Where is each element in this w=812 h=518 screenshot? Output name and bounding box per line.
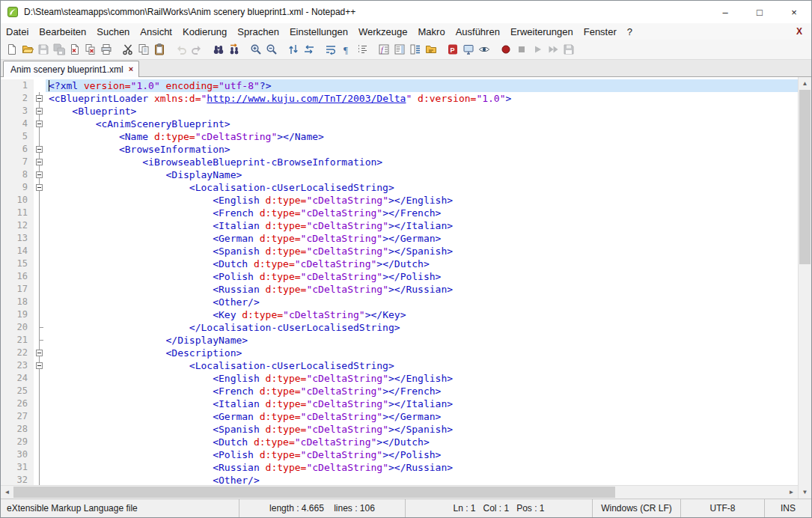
code-line[interactable]: <German d:type="cDeltaString"></German>: [46, 232, 798, 245]
menu-item-suchen[interactable]: Suchen: [91, 23, 135, 40]
sync-scroll-horizontal-button[interactable]: [301, 41, 317, 58]
save-all-button[interactable]: [51, 41, 67, 58]
scroll-right-arrow[interactable]: ►: [785, 486, 798, 499]
status-encoding[interactable]: UTF-8: [680, 499, 764, 517]
code-line[interactable]: <Localisation-cUserLocalisedString>: [46, 181, 798, 194]
code-line[interactable]: <Blueprint>: [46, 105, 798, 118]
fold-toggle[interactable]: [36, 95, 43, 102]
vertical-scroll-thumb[interactable]: [799, 90, 811, 264]
code-line[interactable]: <French d:type="cDeltaString"></French>: [46, 207, 798, 219]
save-file-button[interactable]: [35, 41, 51, 58]
macro-save-button[interactable]: [561, 41, 576, 58]
menu-item-kodierung[interactable]: Kodierung: [177, 23, 232, 40]
code-line[interactable]: <Description>: [46, 347, 798, 359]
horizontal-scroll-track[interactable]: [13, 486, 785, 499]
menu-item-werkzeuge[interactable]: Werkzeuge: [353, 23, 413, 40]
macro-play-button[interactable]: [529, 41, 545, 58]
menu-item-bearbeiten[interactable]: Bearbeiten: [34, 23, 91, 40]
export-pdf-button[interactable]: P: [445, 41, 460, 58]
code-line[interactable]: <Spanish d:type="cDeltaString"></Spanish…: [46, 245, 798, 258]
code-line[interactable]: <Russian d:type="cDeltaString"></Russian…: [46, 283, 798, 296]
code-line[interactable]: <Dutch d:type="cDeltaString"></Dutch>: [46, 436, 798, 448]
code-line[interactable]: <French d:type="cDeltaString"></French>: [46, 385, 798, 397]
code-line[interactable]: </DisplayName>: [46, 334, 798, 347]
copy-button[interactable]: [135, 41, 151, 58]
code-line[interactable]: <cBlueprintLoader xmlns:d="http://www.ku…: [46, 92, 798, 105]
fold-toggle[interactable]: [36, 108, 43, 115]
menu-item-help[interactable]: ?: [622, 23, 638, 40]
fold-toggle[interactable]: [36, 184, 43, 191]
horizontal-scroll-thumb[interactable]: [13, 487, 615, 498]
show-all-characters-button[interactable]: ¶: [338, 41, 354, 58]
sync-scroll-vertical-button[interactable]: [285, 41, 301, 58]
code-line[interactable]: <Dutch d:type="cDeltaString"></Dutch>: [46, 258, 798, 270]
print-button[interactable]: [98, 41, 114, 58]
code-line[interactable]: <Spanish d:type="cDeltaString"></Spanish…: [46, 423, 798, 436]
vertical-scroll-track[interactable]: [799, 90, 811, 486]
function-list-button[interactable]: f: [376, 41, 391, 58]
scroll-up-arrow[interactable]: ▲: [799, 77, 811, 90]
menu-item-fenster[interactable]: Fenster: [579, 23, 622, 40]
fold-toggle[interactable]: [36, 362, 43, 369]
code-line[interactable]: <Russian d:type="cDeltaString"></Russian…: [46, 461, 798, 474]
code-line[interactable]: <Polish d:type="cDeltaString"></Polish>: [46, 448, 798, 461]
code-line[interactable]: <BrowseInformation>: [46, 143, 798, 156]
menu-item-datei[interactable]: Datei: [1, 23, 34, 40]
fold-toggle[interactable]: [36, 146, 43, 153]
maximize-button[interactable]: □: [742, 1, 777, 23]
code-line[interactable]: <Italian d:type="cDeltaString"></Italian…: [46, 219, 798, 232]
vertical-scrollbar[interactable]: ▲ ▼: [798, 77, 811, 499]
code-line[interactable]: <Polish d:type="cDeltaString"></Polish>: [46, 270, 798, 283]
code-line[interactable]: </Localisation-cUserLocalisedString>: [46, 321, 798, 334]
code-line[interactable]: <Name d:type="cDeltaString"></Name>: [46, 130, 798, 143]
menu-item-ansicht[interactable]: Ansicht: [135, 23, 177, 40]
code-line[interactable]: <English d:type="cDeltaString"></English…: [46, 372, 798, 385]
code-line[interactable]: <Italian d:type="cDeltaString"></Italian…: [46, 397, 798, 410]
tab-anim-scenery-blueprint1[interactable]: Anim scenery blueprint1.xml ×: [3, 61, 139, 77]
code-line[interactable]: <?xml version="1.0" encoding="utf-8"?>: [46, 79, 798, 92]
menu-item-ausf-hren[interactable]: Ausführen: [451, 23, 505, 40]
scroll-down-arrow[interactable]: ▼: [799, 486, 811, 499]
fold-toggle[interactable]: [36, 171, 43, 178]
menu-item-sprachen[interactable]: Sprachen: [232, 23, 284, 40]
folder-as-workspace-button[interactable]: [423, 41, 439, 58]
horizontal-scrollbar[interactable]: ◄ ►: [1, 485, 798, 499]
undo-button[interactable]: [173, 41, 189, 58]
new-file-button[interactable]: [4, 41, 19, 58]
code-line[interactable]: <Localisation-cUserLocalisedString>: [46, 359, 798, 372]
code-line[interactable]: <Key d:type="cDeltaString"></Key>: [46, 308, 798, 321]
code-line[interactable]: <iBrowseableBlueprint-cBrowseInformation…: [46, 156, 798, 168]
zoom-in-button[interactable]: [248, 41, 263, 58]
preview-in-browser-button[interactable]: [476, 41, 492, 58]
scroll-left-arrow[interactable]: ◄: [1, 486, 13, 499]
paste-button[interactable]: [151, 41, 167, 58]
macro-run-multiple-button[interactable]: [545, 41, 561, 58]
replace-button[interactable]: [226, 41, 242, 58]
menu-item-erweiterungen[interactable]: Erweiterungen: [505, 23, 579, 40]
minimize-button[interactable]: –: [708, 1, 742, 23]
show-indent-guides-button[interactable]: [354, 41, 370, 58]
close-button[interactable]: ×: [777, 1, 811, 23]
macro-record-button[interactable]: [498, 41, 513, 58]
open-file-button[interactable]: [19, 41, 35, 58]
code-line[interactable]: <DisplayName>: [46, 168, 798, 181]
document-map-button[interactable]: [391, 41, 407, 58]
fold-toggle[interactable]: [36, 159, 43, 165]
menu-item-makro[interactable]: Makro: [413, 23, 451, 40]
menu-item-einstellungen[interactable]: Einstellungen: [284, 23, 353, 40]
explorer-plugin-button[interactable]: [460, 41, 476, 58]
code-line[interactable]: <English d:type="cDeltaString"></English…: [46, 194, 798, 207]
code-line[interactable]: <Other/>: [46, 474, 798, 485]
find-button[interactable]: [210, 41, 226, 58]
close-document-x[interactable]: X: [787, 26, 811, 37]
document-list-button[interactable]: [407, 41, 423, 58]
fold-toggle[interactable]: [36, 350, 43, 356]
word-wrap-button[interactable]: [323, 41, 338, 58]
redo-button[interactable]: [189, 41, 204, 58]
code-line[interactable]: <cAnimSceneryBlueprint>: [46, 118, 798, 130]
zoom-out-button[interactable]: [263, 41, 279, 58]
text-editor[interactable]: 1<?xml version="1.0" encoding="utf-8"?>2…: [1, 77, 798, 485]
close-file-button[interactable]: [67, 41, 82, 58]
tab-close-icon[interactable]: ×: [129, 65, 133, 73]
status-insert-mode[interactable]: INS: [764, 499, 811, 517]
